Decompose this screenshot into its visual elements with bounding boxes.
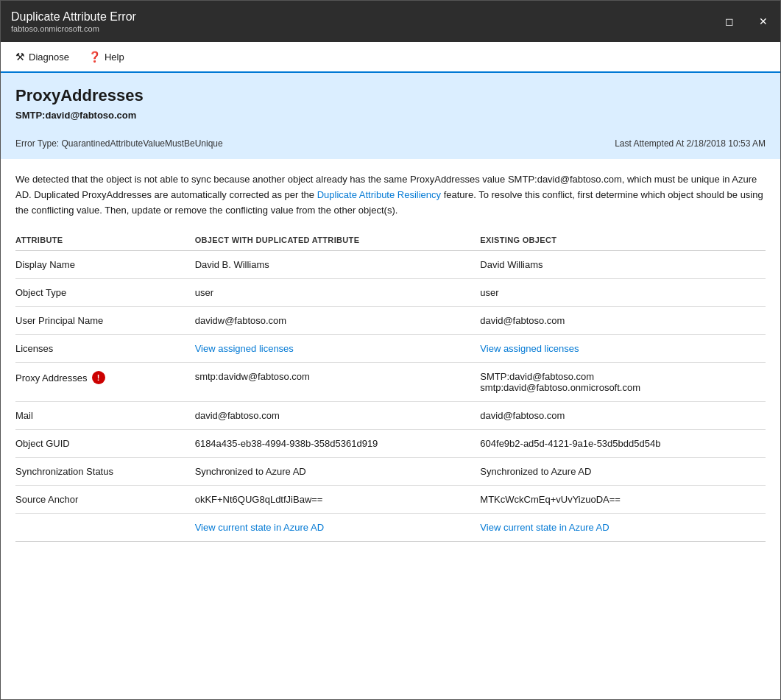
col-header-existing: EXISTING OBJECT <box>480 230 766 251</box>
content-area: ProxyAddresses SMTP:david@fabtoso.com Er… <box>1 73 780 556</box>
restore-button[interactable]: ◻ <box>713 1 746 42</box>
table-row: Proxy Addresses!smtp:davidw@fabtoso.comS… <box>15 363 766 402</box>
title-bar: Duplicate Attribute Error fabtoso.onmicr… <box>1 1 780 42</box>
duplicate-attribute-resiliency-link[interactable]: Duplicate Attribute Resiliency <box>317 189 441 200</box>
attribute-cell: User Principal Name <box>15 307 195 335</box>
diagnose-button[interactable]: ⚒ Diagnose <box>8 48 77 66</box>
existing-object-cell: MTKcWckCmEq+vUvYizuoDA== <box>480 486 766 514</box>
existing-object-cell: user <box>480 279 766 307</box>
col-header-attribute: ATTRIBUTE <box>15 230 195 251</box>
attribute-label: Proxy Addresses <box>15 372 88 383</box>
toolbar: ⚒ Diagnose ❓ Help <box>1 42 780 73</box>
existing-link[interactable]: View assigned licenses <box>480 343 579 354</box>
existing-object-cell: David Williams <box>480 251 766 279</box>
dup-object-cell: davidw@fabtoso.com <box>195 307 481 335</box>
attributes-table: ATTRIBUTE OBJECT WITH DUPLICATED ATTRIBU… <box>15 230 766 542</box>
dup-object-cell: David B. Williams <box>195 251 481 279</box>
error-type: Error Type: QuarantinedAttributeValueMus… <box>15 138 223 149</box>
attribute-cell: Licenses <box>15 335 195 363</box>
attribute-value: SMTP:david@fabtoso.com <box>15 110 766 121</box>
dup-link[interactable]: View current state in Azure AD <box>195 522 324 533</box>
dup-object-cell: Synchronized to Azure AD <box>195 458 481 486</box>
existing-object-cell: david@fabtoso.com <box>480 402 766 430</box>
error-badge: ! <box>92 371 105 384</box>
restore-icon: ◻ <box>725 15 734 27</box>
close-icon: ✕ <box>759 15 768 27</box>
existing-object-cell: 604fe9b2-ad5d-4121-9a1e-53d5bdd5d54b <box>480 430 766 458</box>
table-row: User Principal Namedavidw@fabtoso.comdav… <box>15 307 766 335</box>
window-controls: ◻ ✕ <box>713 1 780 42</box>
dup-object-cell[interactable]: View current state in Azure AD <box>195 514 481 542</box>
existing-link[interactable]: View current state in Azure AD <box>480 522 609 533</box>
attribute-cell: Source Anchor <box>15 486 195 514</box>
existing-object-cell[interactable]: View assigned licenses <box>480 335 766 363</box>
attribute-cell: Object GUID <box>15 430 195 458</box>
dup-object-cell[interactable]: View assigned licenses <box>195 335 481 363</box>
attribute-label-wrap: Proxy Addresses! <box>15 371 189 384</box>
attribute-name: ProxyAddresses <box>15 86 766 105</box>
attribute-cell <box>15 514 195 542</box>
help-icon: ❓ <box>88 51 101 63</box>
existing-object-cell: SMTP:david@fabtoso.comsmtp:david@fabtoso… <box>480 363 766 402</box>
help-button[interactable]: ❓ Help <box>81 48 132 66</box>
attribute-cell: Synchronization Status <box>15 458 195 486</box>
close-button[interactable]: ✕ <box>746 1 780 42</box>
dup-object-cell: 6184a435-eb38-4994-938b-358d5361d919 <box>195 430 481 458</box>
diagnose-label: Diagnose <box>29 52 69 63</box>
existing-object-cell[interactable]: View current state in Azure AD <box>480 514 766 542</box>
attribute-cell: Mail <box>15 402 195 430</box>
dup-object-cell: okKF+Nt6QUG8qLdtfJiBaw== <box>195 486 481 514</box>
dup-object-cell: smtp:davidw@fabtoso.com <box>195 363 481 402</box>
error-meta-row: Error Type: QuarantinedAttributeValueMus… <box>15 132 766 149</box>
col-header-dup: OBJECT WITH DUPLICATED ATTRIBUTE <box>195 230 481 251</box>
table-row: Maildavid@fabtoso.comdavid@fabtoso.com <box>15 402 766 430</box>
description-text: We detected that the object is not able … <box>15 159 766 230</box>
attribute-cell: Object Type <box>15 279 195 307</box>
existing-object-cell: Synchronized to Azure AD <box>480 458 766 486</box>
error-header-card: ProxyAddresses SMTP:david@fabtoso.com Er… <box>1 73 780 159</box>
dup-link[interactable]: View assigned licenses <box>195 343 294 354</box>
table-row: View current state in Azure ADView curre… <box>15 514 766 542</box>
window-subtitle: fabtoso.onmicrosoft.com <box>11 24 136 33</box>
table-row: Synchronization StatusSynchronized to Az… <box>15 458 766 486</box>
dup-object-cell: user <box>195 279 481 307</box>
attribute-cell: Display Name <box>15 251 195 279</box>
table-row: Display NameDavid B. WilliamsDavid Willi… <box>15 251 766 279</box>
window-title: Duplicate Attribute Error <box>11 10 136 25</box>
attribute-cell: Proxy Addresses! <box>15 363 195 402</box>
existing-object-cell: david@fabtoso.com <box>480 307 766 335</box>
table-row: Object GUID6184a435-eb38-4994-938b-358d5… <box>15 430 766 458</box>
last-attempted: Last Attempted At 2/18/2018 10:53 AM <box>615 138 766 149</box>
wrench-icon: ⚒ <box>15 51 25 63</box>
table-row: Source AnchorokKF+Nt6QUG8qLdtfJiBaw==MTK… <box>15 486 766 514</box>
table-row: LicensesView assigned licensesView assig… <box>15 335 766 363</box>
dup-object-cell: david@fabtoso.com <box>195 402 481 430</box>
table-row: Object Typeuseruser <box>15 279 766 307</box>
help-label: Help <box>105 52 124 63</box>
